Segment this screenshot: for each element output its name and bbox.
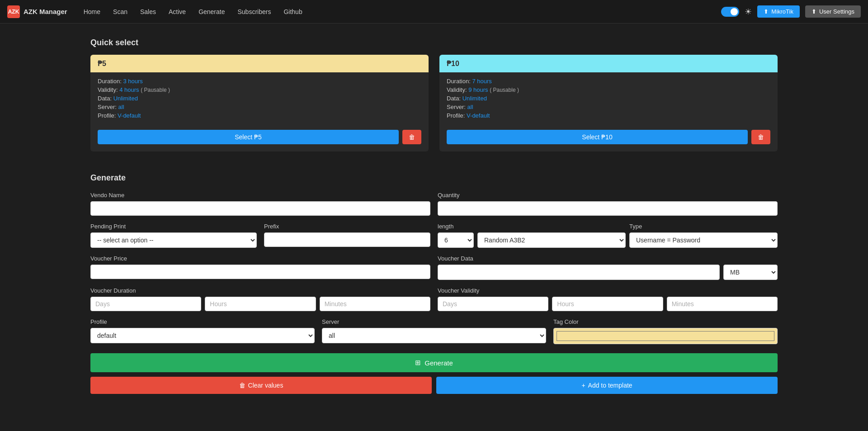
card-p10-duration: Duration: 7 hours xyxy=(447,78,770,85)
add-template-button[interactable]: + Add to template xyxy=(436,377,778,394)
navbar: AZK AZK Manager Home Scan Sales Active G… xyxy=(0,0,868,24)
format-select[interactable]: Random A3B2 xyxy=(477,232,626,248)
voucher-price-label: Voucher Price xyxy=(90,255,430,262)
type-group: Type Username = Password xyxy=(629,223,778,248)
nav-home[interactable]: Home xyxy=(78,5,106,18)
select-p5-button[interactable]: Select ₱5 xyxy=(98,130,399,144)
voucher-data-input[interactable] xyxy=(438,265,720,280)
server-label: Server xyxy=(322,318,546,325)
validity-hours-input[interactable] xyxy=(552,297,663,311)
length-group: length 6 xyxy=(438,223,474,248)
type-label: Type xyxy=(629,223,778,230)
trash-icon: 🗑 xyxy=(239,382,245,389)
card-p5-header: ₱5 xyxy=(90,55,429,72)
duration-validity-row: Voucher Duration Voucher Validity xyxy=(90,287,778,311)
card-p10-body: Duration: 7 hours Validity: 9 hours ( Pa… xyxy=(439,72,778,126)
brand: AZK AZK Manager xyxy=(7,5,67,18)
type-select[interactable]: Username = Password xyxy=(629,232,778,248)
quick-select-section: Quick select ₱5 Duration: 3 hours Validi… xyxy=(90,38,778,152)
card-p10-validity: Validity: 9 hours ( Pausable ) xyxy=(447,86,770,93)
pending-prefix-inner: Pending Print -- select an option -- Pre… xyxy=(90,223,430,248)
generate-icon: ⊞ xyxy=(415,359,421,367)
vendo-name-label: Vendo Name xyxy=(90,192,430,199)
profile-label: Profile xyxy=(90,318,315,325)
nav-scan[interactable]: Scan xyxy=(108,5,133,18)
vendo-quantity-row: Vendo Name Quantity xyxy=(90,192,778,216)
tag-color-input[interactable] xyxy=(553,328,778,344)
generate-title: Generate xyxy=(90,173,778,183)
user-settings-button[interactable]: ⬆ User Settings xyxy=(805,5,861,18)
card-p10-footer: Select ₱10 🗑 xyxy=(439,126,778,152)
quantity-group: Quantity xyxy=(438,192,778,216)
sun-icon[interactable]: ☀ xyxy=(745,7,752,17)
voucher-data-unit-select[interactable]: MB xyxy=(723,265,778,280)
nav-sales[interactable]: Sales xyxy=(135,5,161,18)
prefix-group: Prefix xyxy=(264,223,430,248)
card-p10-profile: Profile: V-default xyxy=(447,112,770,119)
profile-group: Profile default xyxy=(90,318,315,344)
server-select[interactable]: all xyxy=(322,328,546,343)
card-p5-profile: Profile: V-default xyxy=(98,112,421,119)
user-settings-icon: ⬆ xyxy=(811,8,816,15)
clear-button[interactable]: 🗑 Clear values xyxy=(90,377,432,394)
card-p5-server: Server: all xyxy=(98,104,421,110)
voucher-data-row: MB xyxy=(438,265,778,280)
quick-select-grid: ₱5 Duration: 3 hours Validity: 4 hours (… xyxy=(90,55,778,152)
card-p10-data: Data: Unlimited xyxy=(447,95,770,102)
duration-inputs xyxy=(90,297,430,311)
generate-button[interactable]: ⊞ Generate xyxy=(90,353,778,372)
quantity-input[interactable] xyxy=(438,201,778,216)
length-select[interactable]: 6 xyxy=(438,232,474,248)
card-p5-body: Duration: 3 hours Validity: 4 hours ( Pa… xyxy=(90,72,429,126)
pending-print-select[interactable]: -- select an option -- xyxy=(90,232,257,248)
brand-name: AZK Manager xyxy=(24,8,67,15)
duration-days-input[interactable] xyxy=(90,297,201,311)
profile-server-tag-row: Profile default Server all Tag Color xyxy=(90,318,778,344)
tag-color-label: Tag Color xyxy=(553,318,778,325)
pending-print-label: Pending Print xyxy=(90,223,257,230)
card-p5-footer: Select ₱5 🗑 xyxy=(90,126,429,152)
nav-subscribers[interactable]: Subscribers xyxy=(232,5,277,18)
pending-prefix-row: Pending Print -- select an option -- Pre… xyxy=(90,223,778,248)
pending-print-group: Pending Print -- select an option -- xyxy=(90,223,257,248)
prefix-input[interactable] xyxy=(264,232,430,247)
mikrotik-label: MikroTik xyxy=(771,8,793,15)
quick-select-title: Quick select xyxy=(90,38,778,47)
generate-button-label: Generate xyxy=(425,359,453,367)
voucher-price-input[interactable] xyxy=(90,265,430,279)
select-p10-button[interactable]: Select ₱10 xyxy=(447,130,748,144)
delete-p10-button[interactable]: 🗑 xyxy=(751,130,770,144)
nav-active[interactable]: Active xyxy=(163,5,191,18)
quantity-label: Quantity xyxy=(438,192,778,199)
generate-section: Generate Vendo Name Quantity Pending Pri… xyxy=(90,173,778,394)
duration-minutes-input[interactable] xyxy=(320,297,430,311)
navbar-right: ☀ ⬆ MikroTik ⬆ User Settings xyxy=(721,5,861,18)
card-p10-server: Server: all xyxy=(447,104,770,110)
format-label xyxy=(477,223,626,230)
card-p5-duration: Duration: 3 hours xyxy=(98,78,421,85)
vendo-name-input[interactable] xyxy=(90,201,430,216)
nav-github[interactable]: Github xyxy=(278,5,307,18)
clear-button-label: Clear values xyxy=(248,382,283,389)
voucher-duration-group: Voucher Duration xyxy=(90,287,430,311)
voucher-validity-label: Voucher Validity xyxy=(438,287,778,294)
delete-p5-button[interactable]: 🗑 xyxy=(402,130,421,144)
nav-generate[interactable]: Generate xyxy=(193,5,230,18)
profile-select[interactable]: default xyxy=(90,328,315,343)
card-p5-validity: Validity: 4 hours ( Pausable ) xyxy=(98,86,421,93)
validity-minutes-input[interactable] xyxy=(667,297,778,311)
duration-hours-input[interactable] xyxy=(205,297,316,311)
card-p10-header: ₱10 xyxy=(439,55,778,72)
voucher-data-label: Voucher Data xyxy=(438,255,778,262)
tag-color-group: Tag Color xyxy=(553,318,778,344)
vendo-name-group: Vendo Name xyxy=(90,192,430,216)
mikrotik-button[interactable]: ⬆ MikroTik xyxy=(757,5,800,18)
plus-icon: + xyxy=(581,382,585,389)
voucher-duration-label: Voucher Duration xyxy=(90,287,430,294)
card-p5-data: Data: Unlimited xyxy=(98,95,421,102)
length-label: length xyxy=(438,223,474,230)
validity-days-input[interactable] xyxy=(438,297,548,311)
theme-toggle[interactable] xyxy=(721,7,739,17)
action-row: 🗑 Clear values + Add to template xyxy=(90,377,778,394)
add-template-button-label: Add to template xyxy=(588,382,632,389)
